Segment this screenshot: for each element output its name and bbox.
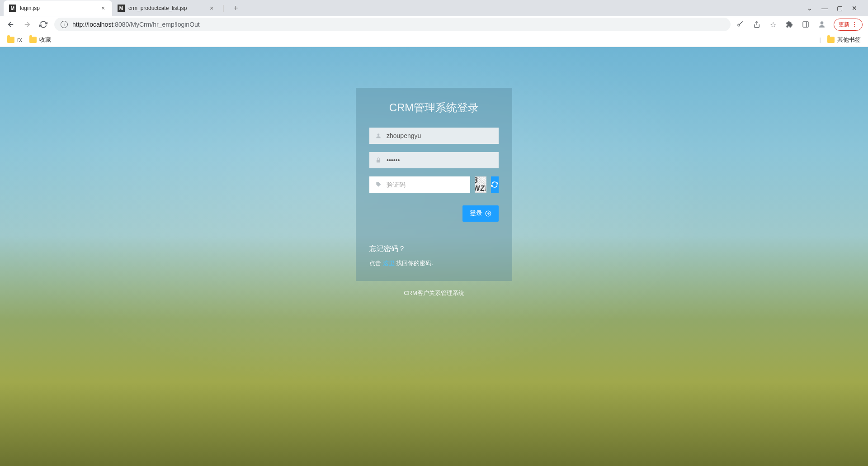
captcha-input[interactable] [383,176,466,193]
key-icon[interactable] [736,20,745,29]
share-icon[interactable] [752,20,761,29]
tab-bar: M login.jsp × M crm_productcate_list.jsp… [0,0,868,16]
svg-point-0 [738,24,740,26]
forgot-link[interactable]: 这里 [383,260,395,266]
toolbar-icons: ☆ 更新 [736,19,863,31]
other-bookmarks[interactable]: | 其他书签 [820,36,861,44]
back-button[interactable] [5,19,16,30]
extensions-icon[interactable] [785,20,794,29]
captcha-group [369,176,470,193]
url-input[interactable]: i http://localhost:8080/MyCrm/hr_emp!log… [54,18,731,31]
bookmark-rx[interactable]: rx [7,36,22,43]
tag-icon [374,181,383,188]
favicon-icon: M [118,5,125,12]
chevron-down-icon[interactable]: ⌄ [807,5,812,12]
forgot-text: 点击 这里 找回你的密码. [369,259,499,267]
captcha-row: 8 WZI [369,176,499,193]
password-input[interactable] [383,152,494,168]
maximize-icon[interactable]: ▢ [837,5,843,12]
tab-productcate[interactable]: M crm_productcate_list.jsp × [112,0,221,16]
page-content: CRM管理系统登录 8 WZI [0,47,868,466]
url-text: http://localhost:8080/MyCrm/hr_emp!login… [72,21,200,28]
folder-icon [29,37,37,43]
side-panel-icon[interactable] [801,20,810,29]
bookmarks-bar: rx 收藏 | 其他书签 [0,33,868,47]
login-card: CRM管理系统登录 8 WZI [356,88,512,281]
profile-icon[interactable] [817,20,826,29]
tab-title: crm_productcate_list.jsp [128,5,204,11]
folder-icon [7,37,14,43]
update-button[interactable]: 更新 [834,19,863,31]
login-button[interactable]: 登录 [462,205,499,222]
favicon-icon: M [9,5,16,12]
footer-text: CRM客户关系管理系统 [404,289,464,297]
svg-rect-1 [803,22,808,27]
reload-button[interactable] [38,19,49,30]
browser-chrome: M login.jsp × M crm_productcate_list.jsp… [0,0,868,47]
tab-login[interactable]: M login.jsp × [4,0,112,16]
window-controls: ⌄ — ▢ ✕ [807,5,864,12]
user-icon [374,133,383,139]
new-tab-button[interactable]: + [230,4,242,13]
forgot-section: 忘记密码？ 点击 这里 找回你的密码. [369,244,499,267]
close-icon[interactable]: × [99,5,107,12]
folder-icon [827,37,835,43]
forgot-title: 忘记密码？ [369,244,499,254]
close-window-icon[interactable]: ✕ [852,5,857,12]
username-input[interactable] [383,128,494,144]
forward-button[interactable] [22,19,33,30]
tab-title: login.jsp [20,5,96,11]
captcha-image[interactable]: 8 WZI [475,176,486,193]
tab-separator: | [222,4,224,12]
password-group [369,152,499,168]
username-group [369,128,499,144]
minimize-icon[interactable]: — [821,5,828,12]
svg-point-3 [821,21,824,24]
lock-icon [374,157,383,163]
svg-rect-5 [377,160,380,162]
captcha-refresh-button[interactable] [491,176,499,193]
bookmark-favorites[interactable]: 收藏 [29,36,51,44]
bookmark-star-icon[interactable]: ☆ [769,20,778,29]
address-bar: i http://localhost:8080/MyCrm/hr_emp!log… [0,16,868,33]
login-button-row: 登录 [369,205,499,222]
close-icon[interactable]: × [208,5,215,12]
svg-point-4 [377,133,380,136]
login-title: CRM管理系统登录 [369,100,499,115]
site-info-icon[interactable]: i [61,21,68,28]
